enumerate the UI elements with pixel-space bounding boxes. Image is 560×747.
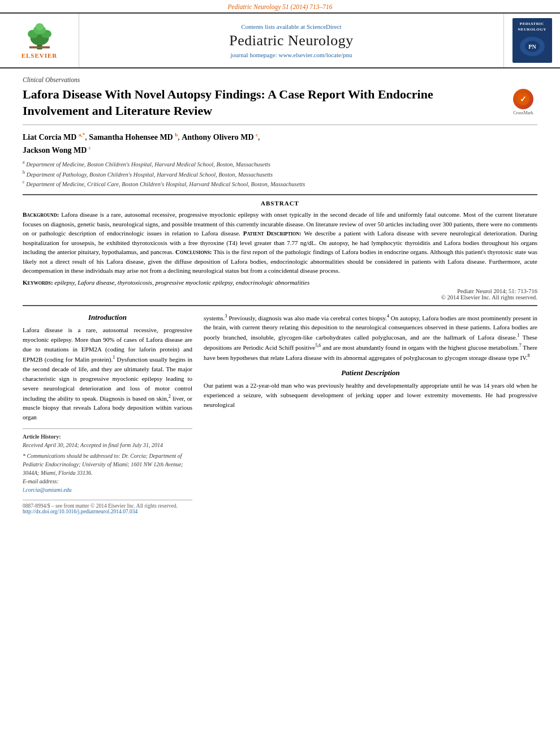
journal-logo-right: PEDIATRIC NEUROLOGY PN (503, 14, 560, 67)
svg-rect-6 (29, 46, 49, 48)
ref-2: 2 (169, 394, 171, 399)
affiliation-a: a Department of Medicine, Boston Childre… (23, 159, 537, 169)
email-note: E-mail address: l.corcia@umiami.edu (23, 477, 192, 494)
elsevier-logo: ELSEVIER (20, 23, 59, 59)
correspondence-label: * Communications should be addressed to: (23, 453, 120, 459)
author-2: Samantha Hohensee MD b (89, 133, 178, 141)
affiliation-c: c Department of Medicine, Critical Care,… (23, 179, 537, 188)
ref-8: 8 (528, 353, 530, 358)
crossmark-icon: ✓ (517, 93, 529, 105)
sciencedirect-link[interactable]: ScienceDirect (307, 23, 342, 30)
main-content: Clinical Observations Lafora Disease Wit… (0, 76, 560, 514)
authors-line: Liat Corcia MD a,*, Samantha Hohensee MD… (23, 131, 537, 157)
two-column-layout: Introduction Lafora disease is a rare, a… (23, 313, 537, 514)
issn-line: 0887-8994/$ – see front matter © 2014 El… (23, 503, 192, 509)
crossmark-area[interactable]: ✓ CrossMark (509, 89, 537, 115)
abstract-text: Background: Lafora disease is a rare, au… (23, 210, 537, 276)
journal-logo-line1: PEDIATRIC (517, 22, 548, 27)
introduction-text: Lafora disease is a rare, autosomal rece… (23, 325, 192, 423)
divider-after-affiliations (23, 194, 537, 195)
intro-right-text: systems.3 Previously, diagnosis was also… (204, 313, 537, 363)
abstract-conclusions-label: Conclusions: (175, 248, 212, 255)
correspondence-note: * Communications should be addressed to:… (23, 452, 192, 477)
ref-3: 3 (225, 314, 227, 319)
keywords-text: epilepsy, Lafora disease, thyrotoxicosis… (54, 279, 309, 286)
journal-header: ELSEVIER Contents lists available at Sci… (0, 12, 560, 68)
right-column: systems.3 Previously, diagnosis was also… (204, 313, 537, 514)
ref-5: 1 (517, 333, 519, 338)
crossmark-logo: ✓ (513, 89, 533, 109)
contents-available-line: Contents lists available at ScienceDirec… (241, 23, 341, 30)
crossmark-label: CrossMark (513, 110, 533, 115)
citation-line: Pediatr Neurol 2014; 51: 713-716 (23, 288, 537, 294)
doi-link[interactable]: http://dx.doi.org/10.1016/j.pediatrneuro… (23, 509, 192, 514)
divider-before-columns (23, 305, 537, 306)
ref-7: 7 (519, 343, 522, 348)
patient-description-heading: Patient Description (204, 368, 537, 377)
journal-citation: Pediatric Neurology 51 (2014) 713–716 (228, 3, 333, 10)
ref-4: 4 (387, 314, 389, 319)
introduction-heading: Introduction (23, 313, 192, 322)
journal-logo-box: PEDIATRIC NEUROLOGY PN (512, 18, 552, 63)
abstract-section: Abstract Background: Lafora disease is a… (23, 200, 537, 300)
article-received: Received April 30, 2014; Accepted in fin… (23, 442, 163, 448)
svg-point-5 (35, 23, 44, 31)
article-history-label: Article History: (23, 433, 61, 440)
elsevier-logo-area: ELSEVIER (0, 14, 79, 67)
left-column: Introduction Lafora disease is a rare, a… (23, 313, 192, 514)
journal-logo-line2: NEUROLOGY (517, 27, 548, 33)
abstract-background-label: Background: (23, 211, 59, 218)
email-value[interactable]: l.corcia@umiami.edu (23, 486, 192, 494)
page: Pediatric Neurology 51 (2014) 713–716 EL… (0, 0, 560, 747)
ref-56: 5,6 (315, 343, 321, 348)
author-4: Jackson Wong MD c (23, 146, 91, 154)
abstract-title: Abstract (23, 200, 537, 207)
email-label: E-mail address: (23, 478, 59, 484)
footnote-area: Article History: Received April 30, 2014… (23, 428, 192, 494)
abstract-patient-label: Patient Description: (243, 230, 301, 237)
journal-title-area: Contents lists available at ScienceDirec… (79, 14, 503, 67)
keywords-line: Keywords: epilepsy, Lafora disease, thyr… (23, 279, 537, 286)
author-1: Liat Corcia MD a,* (23, 133, 85, 141)
affiliations: a Department of Medicine, Boston Childre… (23, 159, 537, 188)
elsevier-brand-label: ELSEVIER (21, 52, 58, 59)
bottom-bar: 0887-8994/$ – see front matter © 2014 El… (23, 500, 192, 514)
article-title: Lafora Disease With Novel Autopsy Findin… (23, 87, 501, 119)
rights-line: © 2014 Elsevier Inc. All rights reserved… (23, 294, 537, 300)
journal-homepage: journal homepage: www.elsevier.com/locat… (231, 51, 352, 58)
journal-citation-bar: Pediatric Neurology 51 (2014) 713–716 (0, 0, 560, 12)
journal-title: Pediatric Neurology (229, 32, 354, 49)
patient-description-text: Our patient was a 22-year-old man who wa… (204, 381, 537, 410)
ref-1: 1 (113, 355, 115, 360)
article-history: Article History: Received April 30, 2014… (23, 432, 192, 449)
affiliation-b: b Department of Pathology, Boston Childr… (23, 169, 537, 179)
section-tag: Clinical Observations (23, 76, 537, 83)
keywords-label: Keywords: (23, 279, 53, 286)
journal-logo-icon: PN (518, 35, 546, 58)
author-3: Anthony Olivero MD c (182, 133, 258, 141)
svg-text:PN: PN (528, 44, 536, 50)
elsevier-tree-icon (20, 23, 59, 51)
article-title-area: Lafora Disease With Novel Autopsy Findin… (23, 87, 537, 125)
svg-text:✓: ✓ (520, 95, 527, 104)
